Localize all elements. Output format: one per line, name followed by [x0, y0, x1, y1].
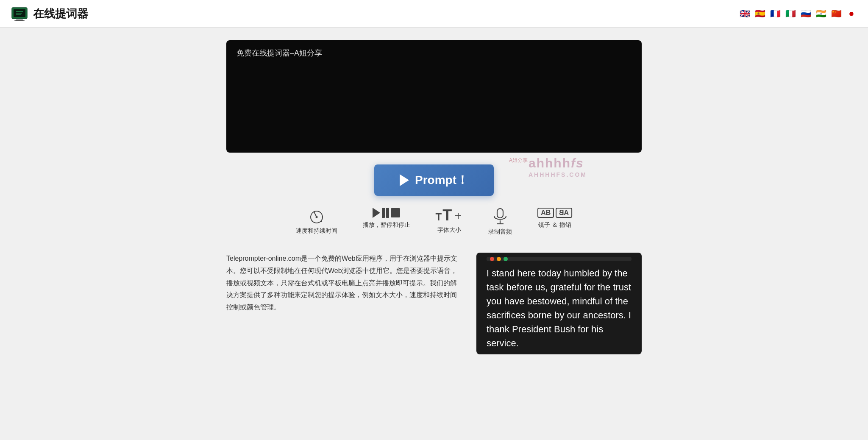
main-content: 免费在线提词器–A姐分享 Prompt！ A姐分享 ahhhhfs AHHHHF…	[0, 28, 868, 367]
fontsize-label: 字体大小	[437, 226, 461, 234]
stop-icon	[391, 208, 400, 217]
prompt-button-area: Prompt！ A姐分享 ahhhhfs AHHHHFS.COM	[374, 164, 494, 196]
fontsize-control[interactable]: T T 字体大小	[436, 208, 463, 234]
logo-area: 在线提词器	[10, 4, 88, 23]
speed-control[interactable]: ● ● 速度和持续时间	[296, 208, 337, 235]
mirror-icon: AB AB	[537, 208, 572, 218]
controls-bar: ● ● 速度和持续时间 播放，暂停和停止 T T	[296, 208, 573, 236]
playback-icon	[373, 208, 400, 218]
fontsize-icon: T T	[436, 208, 463, 223]
demo-text: I stand here today humbled by the task b…	[487, 266, 632, 350]
record-label: 录制音频	[488, 228, 512, 236]
screen-title: 免费在线提词器–A姐分享	[236, 48, 632, 58]
lang-es[interactable]: 🇪🇸	[754, 9, 766, 18]
svg-point-8	[315, 216, 317, 218]
svg-text:●: ●	[320, 220, 322, 223]
speed-label: 速度和持续时间	[296, 227, 337, 235]
logo-icon	[10, 4, 29, 23]
play-triangle-icon	[373, 208, 380, 218]
t-small: T	[436, 212, 442, 222]
vid-dot-yellow	[497, 257, 501, 261]
t-large: T	[442, 208, 452, 223]
svg-rect-3	[14, 20, 25, 21]
lang-it[interactable]: 🇮🇹	[784, 9, 797, 18]
mic-icon	[492, 208, 508, 225]
prompt-button-label: Prompt！	[415, 172, 468, 188]
vid-dot-red	[490, 257, 494, 261]
language-flags: 🇬🇧 🇪🇸 🇫🇷 🇮🇹 🇷🇺 🇮🇳 🇨🇳 ●	[738, 9, 858, 18]
svg-text:●: ●	[312, 220, 313, 223]
speed-icon: ● ●	[309, 208, 325, 224]
lang-fr[interactable]: 🇫🇷	[769, 9, 782, 18]
site-header: 在线提词器 🇬🇧 🇪🇸 🇫🇷 🇮🇹 🇷🇺 🇮🇳 🇨🇳 ●	[0, 0, 868, 28]
lang-ru[interactable]: 🇷🇺	[799, 9, 812, 18]
bottom-section: Teleprompter-online.com是一个免费的Web应用程序，用于在…	[226, 253, 642, 354]
mirror-control[interactable]: AB AB 镜子 ＆ 撤销	[537, 208, 572, 229]
ab-normal: AB	[537, 208, 554, 218]
record-control[interactable]: 录制音频	[488, 208, 512, 236]
lang-en[interactable]: 🇬🇧	[738, 9, 751, 18]
ab-mirrored: AB	[556, 208, 572, 218]
watermark-small: A姐分享	[509, 157, 528, 164]
play-icon	[400, 174, 409, 186]
lang-ja[interactable]: ●	[845, 9, 858, 18]
prompt-button[interactable]: Prompt！	[374, 164, 494, 196]
teleprompter-screen: 免费在线提词器–A姐分享	[226, 40, 642, 153]
demo-video: I stand here today humbled by the task b…	[476, 253, 642, 354]
watermark-main: ahhhhfs	[529, 156, 587, 170]
watermark-domain: AHHHHFS.COM	[529, 171, 587, 178]
description-text: Teleprompter-online.com是一个免费的Web应用程序，用于在…	[226, 253, 459, 314]
playback-label: 播放，暂停和停止	[363, 221, 410, 229]
playback-control[interactable]: 播放，暂停和停止	[363, 208, 410, 229]
mirror-label: 镜子 ＆ 撤销	[538, 221, 571, 229]
lang-zh[interactable]: 🇨🇳	[830, 9, 843, 18]
pause-icon	[382, 208, 389, 218]
lang-hi[interactable]: 🇮🇳	[815, 9, 827, 18]
demo-video-bar	[487, 257, 632, 261]
svg-rect-13	[497, 209, 503, 218]
vid-dot-green	[504, 257, 508, 261]
site-title: 在线提词器	[33, 6, 88, 21]
